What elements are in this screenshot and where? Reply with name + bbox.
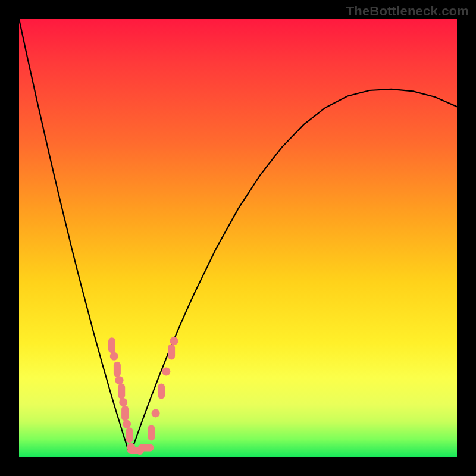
curve-marker-capsule bbox=[121, 405, 129, 421]
curve-marker-capsule bbox=[168, 344, 175, 359]
curve-marker-capsule bbox=[126, 427, 133, 443]
curve-marker-capsule bbox=[114, 362, 121, 377]
curve-marker-dot bbox=[123, 420, 131, 428]
watermark-label: TheBottleneck.com bbox=[346, 4, 469, 19]
curve-marker-dot bbox=[115, 376, 124, 384]
curve-marker-capsule bbox=[138, 444, 154, 452]
chart-overlay bbox=[19, 19, 457, 457]
bottleneck-curve bbox=[19, 19, 457, 451]
chart-plot-area bbox=[19, 19, 457, 457]
curve-marker-capsule bbox=[148, 425, 155, 441]
curve-marker-dot bbox=[110, 352, 118, 361]
curve-marker-dot bbox=[170, 337, 178, 345]
curve-marker-dot bbox=[162, 368, 170, 376]
curve-marker-capsule bbox=[108, 337, 115, 353]
curve-marker-dot bbox=[152, 409, 160, 417]
curve-marker-capsule bbox=[118, 384, 125, 399]
curve-marker-dot bbox=[119, 398, 127, 406]
chart-frame: TheBottleneck.com bbox=[0, 0, 476, 476]
curve-marker-capsule bbox=[158, 384, 165, 399]
